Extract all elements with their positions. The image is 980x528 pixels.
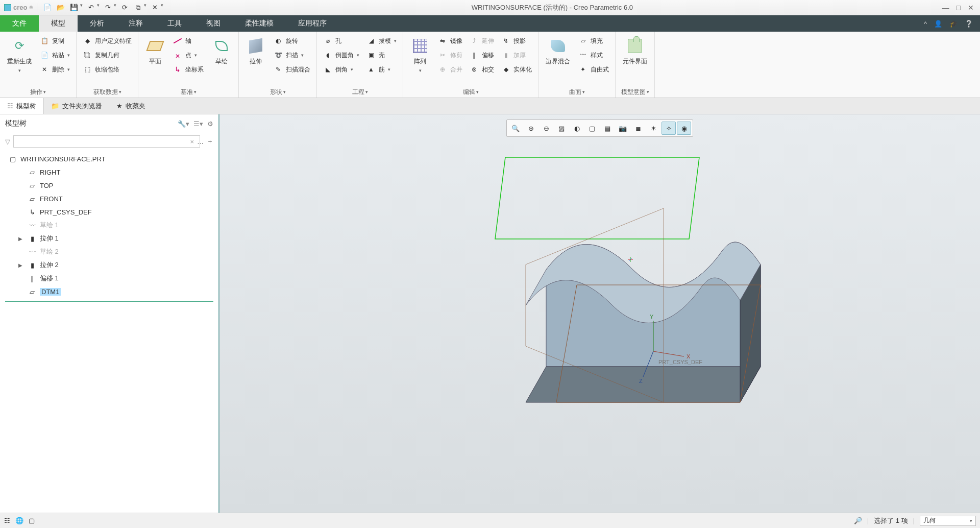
shell-icon: ▣	[366, 51, 376, 60]
tab-annotate[interactable]: 注释	[116, 15, 155, 32]
chamfer-icon: ◣	[323, 65, 332, 74]
collapse-ribbon-icon[interactable]: ^	[924, 20, 927, 28]
csys-button[interactable]: ↳坐标系	[171, 63, 206, 76]
sweep-button[interactable]: ➰扫描▾	[272, 49, 312, 61]
project-button[interactable]: ↯投影	[499, 35, 534, 47]
tab-tools[interactable]: 工具	[155, 15, 194, 32]
solid-bottom-face[interactable]	[526, 367, 761, 402]
fill-button[interactable]: ▱填充	[576, 35, 611, 47]
revolve-button[interactable]: ◐旋转	[272, 35, 312, 47]
intersect-button[interactable]: ⊗相交	[468, 63, 496, 76]
find-icon[interactable]: 🔎	[854, 517, 862, 524]
component-interface-button[interactable]: 元件界面	[620, 35, 650, 68]
tree-settings-icon[interactable]: ⚙	[207, 120, 213, 128]
graphics-viewport[interactable]: 🔍 ⊕ ⊖ ▨ ◐ ▢ ▤ 📷 ≣ ✶ ✧ ◉	[219, 114, 980, 513]
tree-item-dtm1[interactable]: ▱DTM1	[0, 285, 218, 298]
extrude-button[interactable]: 拉伸	[243, 35, 268, 68]
sweep-blend-icon: ✎	[274, 65, 283, 74]
expand-icon[interactable]: ▶	[18, 236, 24, 242]
delete-button[interactable]: ✕删除▾	[38, 63, 72, 76]
rib-icon: ▲	[366, 65, 376, 74]
panel-tab-model-tree[interactable]: ☷模型树	[0, 98, 44, 114]
status-tree-icon[interactable]: ☷	[4, 517, 10, 524]
tab-analysis[interactable]: 分析	[78, 15, 116, 32]
maximize-button[interactable]: □	[957, 4, 961, 12]
tree-item-right[interactable]: ▱RIGHT	[0, 165, 218, 179]
undo-icon[interactable]: ↶	[86, 3, 96, 13]
datum-plane-dtm1[interactable]	[495, 157, 699, 239]
sketch-button[interactable]: 草绘	[209, 35, 234, 68]
save-icon[interactable]: 💾	[69, 3, 79, 13]
selection-filter-dropdown[interactable]: 几何 ▾	[920, 516, 976, 526]
tree-root[interactable]: ▢ WRITINGONSURFACE.PRT	[0, 152, 218, 165]
tree-item-extrude2[interactable]: ▶▮拉伸 2	[0, 258, 218, 272]
tree-search-options-icon[interactable]: …	[197, 138, 204, 146]
style-button[interactable]: 〰样式	[576, 49, 611, 61]
window-title: WRITINGONSURFACE (活动的) - Creo Parametric…	[168, 3, 936, 12]
panel-tab-folder-browser[interactable]: 📁文件夹浏览器	[44, 98, 109, 114]
tree-item-front[interactable]: ▱FRONT	[0, 192, 218, 205]
tree-tools-icon[interactable]: 🔧▾	[178, 120, 189, 128]
point-button[interactable]: 点▾	[171, 49, 206, 61]
draft-button[interactable]: ◢拔模▾	[364, 35, 399, 47]
learning-icon[interactable]: 🎓	[949, 20, 958, 28]
new-icon[interactable]: 📄	[42, 3, 53, 13]
status-window-icon[interactable]: ▢	[29, 517, 35, 524]
tree-item-offset1[interactable]: ‖偏移 1	[0, 272, 218, 285]
mirror-button[interactable]: ⇋镜像	[436, 35, 464, 47]
panel-tab-favorites[interactable]: ★收藏夹	[109, 98, 153, 114]
axis-button[interactable]: 轴	[171, 35, 206, 47]
offset-button[interactable]: ‖偏移	[468, 49, 496, 61]
udf-button[interactable]: ◆用户定义特征	[81, 35, 134, 47]
paste-button[interactable]: 📄粘贴▾	[38, 49, 72, 61]
tab-model[interactable]: 模型	[39, 15, 78, 32]
regenerate-button[interactable]: ⟳ 重新生成 ▾	[4, 35, 35, 75]
extend-button[interactable]: ⤴延伸	[468, 35, 496, 47]
tree-title: 模型树	[5, 119, 174, 128]
thicken-button[interactable]: ▮加厚	[499, 49, 534, 61]
minimize-button[interactable]: —	[942, 4, 949, 12]
tree-item-top[interactable]: ▱TOP	[0, 179, 218, 192]
filter-funnel-icon[interactable]: ▽	[5, 138, 10, 146]
tab-file[interactable]: 文件	[0, 15, 39, 32]
tree-item-sketch2[interactable]: 〰草绘 2	[0, 245, 218, 258]
ribbon-group-getdata: ◆用户定义特征 ⿻复制几何 ⬚收缩包络 获取数据▾	[77, 32, 138, 98]
tree-item-csys[interactable]: ↳PRT_CSYS_DEF	[0, 205, 218, 219]
trim-button[interactable]: ✂修剪	[436, 49, 464, 61]
open-icon[interactable]: 📂	[56, 3, 66, 13]
insert-marker[interactable]	[5, 301, 213, 302]
pattern-button[interactable]: 阵列 ▾	[407, 35, 433, 75]
shell-button[interactable]: ▣壳	[364, 49, 399, 61]
tree-show-icon[interactable]: ☰▾	[193, 120, 203, 128]
copy-button[interactable]: 📋复制	[38, 35, 72, 47]
boundary-blend-button[interactable]: 边界混合	[543, 35, 573, 68]
expand-icon[interactable]: ▶	[18, 262, 24, 268]
freestyle-button[interactable]: ✦自由式	[576, 63, 611, 76]
help-icon[interactable]: ❔	[965, 20, 973, 28]
chamfer-button[interactable]: ◣倒角▾	[321, 63, 361, 76]
redo-icon[interactable]: ↷	[103, 3, 113, 13]
round-button[interactable]: ◖倒圆角▾	[321, 49, 361, 61]
tab-apps[interactable]: 应用程序	[286, 15, 339, 32]
copy-geom-button[interactable]: ⿻复制几何	[81, 49, 134, 61]
plane-button[interactable]: 平面	[142, 35, 168, 68]
solidify-button[interactable]: ◆实体化	[499, 63, 534, 76]
merge-button[interactable]: ⊕合并	[436, 63, 464, 76]
tree-item-extrude1[interactable]: ▶▮拉伸 1	[0, 232, 218, 245]
sweep-blend-button[interactable]: ✎扫描混合	[272, 63, 312, 76]
shrinkwrap-button[interactable]: ⬚收缩包络	[81, 63, 134, 76]
close-window-icon[interactable]: ✕	[150, 3, 160, 13]
help-search-icon[interactable]: 👤	[934, 20, 942, 28]
close-button[interactable]: ✕	[968, 4, 974, 12]
tab-view[interactable]: 视图	[194, 15, 233, 32]
clear-search-icon[interactable]: ×	[190, 138, 194, 146]
hole-button[interactable]: ⌀孔	[321, 35, 361, 47]
tab-flexible[interactable]: 柔性建模	[233, 15, 286, 32]
rib-button[interactable]: ▲筋▾	[364, 63, 399, 76]
status-browser-icon[interactable]: 🌐	[15, 517, 23, 524]
tree-add-icon[interactable]: ＋	[207, 137, 213, 146]
regenerate-icon[interactable]: ⟳	[119, 3, 130, 13]
windows-icon[interactable]: ⧉	[133, 3, 143, 13]
tree-item-sketch1[interactable]: 〰草绘 1	[0, 219, 218, 232]
tree-search-input[interactable]	[13, 135, 200, 148]
